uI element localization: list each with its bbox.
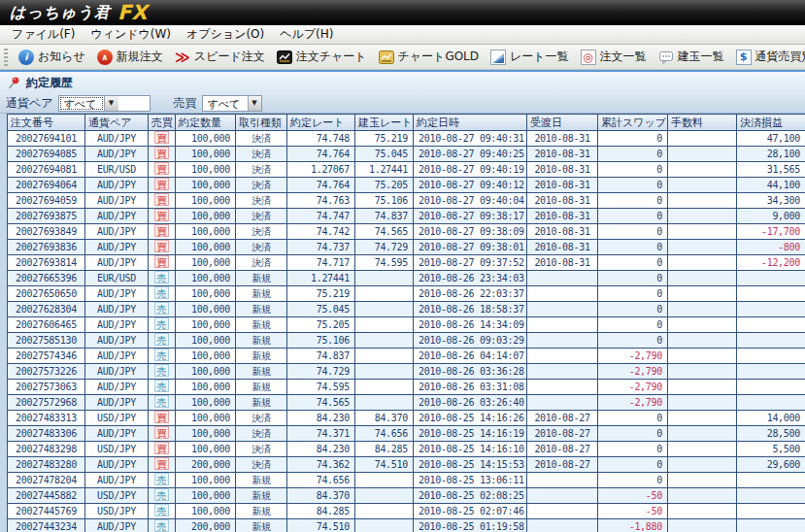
table-row[interactable]: 20027694085AUD/JPY買100,000決済74.76475.045… bbox=[8, 147, 805, 162]
chevron-down-icon[interactable]: ▼ bbox=[248, 96, 261, 111]
cell-pl: -12,200 bbox=[737, 255, 805, 271]
cell-qty: 100,000 bbox=[176, 286, 236, 302]
filter-bar: 通貨ペア すべて ▼ 売買 すべて ▼ bbox=[0, 93, 805, 114]
toolbar-item-chart-gold[interactable]: チャートGOLD bbox=[373, 49, 486, 65]
side-badge: 買 bbox=[154, 442, 169, 454]
cell-exec_time: 2010-08-27 09:40:25 bbox=[414, 147, 527, 162]
side-badge: 買 bbox=[154, 411, 169, 423]
column-header-value_date[interactable]: 受渡日 bbox=[527, 115, 598, 131]
cell-exec_rate: 74.362 bbox=[287, 457, 355, 473]
table-row[interactable]: 20027483280AUD/JPY買200,000決済74.36274.510… bbox=[8, 457, 805, 473]
cell-pair: AUD/JPY bbox=[85, 426, 149, 442]
cell-pair: AUD/JPY bbox=[85, 349, 149, 364]
cell-pair: USD/JPY bbox=[85, 488, 149, 504]
table-row[interactable]: 20027693836AUD/JPY買100,000決済74.73774.729… bbox=[8, 240, 805, 255]
side-badge: 買 bbox=[154, 457, 169, 470]
table-row[interactable]: 20027693849AUD/JPY買100,000決済74.74274.565… bbox=[8, 224, 805, 240]
column-header-type[interactable]: 取引種類 bbox=[236, 115, 287, 131]
menu-item-option[interactable]: オプション(O) bbox=[179, 25, 272, 44]
cell-value_date: 2010-08-31 bbox=[527, 255, 598, 271]
table-row[interactable]: 20027694064AUD/JPY買100,000決済74.76475.205… bbox=[8, 178, 805, 193]
cell-exec_rate: 75.205 bbox=[287, 317, 355, 333]
table-row[interactable]: 20027573226AUD/JPY売100,000新規74.7292010-0… bbox=[8, 364, 805, 380]
cell-qty: 100,000 bbox=[176, 504, 236, 519]
table-row[interactable]: 20027445882USD/JPY売100,000新規84.3702010-0… bbox=[8, 488, 805, 504]
chevron-down-icon[interactable]: ▼ bbox=[104, 96, 118, 111]
table-row[interactable]: 20027694081EUR/USD買100,000決済1.270671.274… bbox=[8, 162, 805, 178]
column-header-pl[interactable]: 決済損益 bbox=[737, 115, 805, 131]
toolbar: iお知らせ∧新規注文≫スピード注文注文チャートチャートGOLDレート一覧◎注文一… bbox=[0, 45, 805, 70]
cell-open_rate bbox=[355, 349, 414, 364]
table-row[interactable]: 20027665396EUR/USD売100,000新規1.274412010-… bbox=[8, 271, 805, 286]
cell-side: 買 bbox=[149, 209, 176, 224]
toolbar-item-new-order[interactable]: ∧新規注文 bbox=[91, 49, 169, 65]
cell-pl bbox=[737, 488, 805, 504]
toolbar-item-order-list[interactable]: ◎注文一覧 bbox=[575, 49, 653, 65]
toolbar-item-rate-list[interactable]: レート一覧 bbox=[485, 49, 575, 65]
column-header-exec_rate[interactable]: 約定レート bbox=[287, 115, 355, 131]
column-header-exec_time[interactable]: 約定日時 bbox=[414, 115, 527, 131]
cell-value_date bbox=[527, 364, 598, 380]
column-header-qty[interactable]: 約定数量 bbox=[176, 115, 236, 131]
menu-item-file[interactable]: ファイル(F) bbox=[4, 25, 83, 44]
cell-exec_rate: 84.230 bbox=[287, 411, 355, 426]
menu-item-window[interactable]: ウィンドウ(W) bbox=[83, 25, 179, 44]
column-header-pair[interactable]: 通貨ペア bbox=[85, 115, 149, 131]
column-header-swap[interactable]: 累計スワップ bbox=[598, 115, 668, 131]
cell-value_date bbox=[527, 519, 598, 532]
toolbar-item-speed-order[interactable]: ≫スピード注文 bbox=[169, 49, 271, 65]
table-row[interactable]: 20027650650AUD/JPY売100,000新規75.2192010-0… bbox=[8, 286, 805, 302]
cell-commission bbox=[668, 457, 737, 473]
cell-order_no: 20027483298 bbox=[8, 442, 85, 457]
cell-pair: EUR/USD bbox=[85, 162, 149, 178]
table-row[interactable]: 20027483306AUD/JPY買100,000決済74.37174.656… bbox=[8, 426, 805, 442]
table-row[interactable]: 20027478204AUD/JPY売100,000新規74.6562010-0… bbox=[8, 473, 805, 488]
table-row[interactable]: 20027693814AUD/JPY買100,000決済74.71774.595… bbox=[8, 255, 805, 271]
column-header-open_rate[interactable]: 建玉レート bbox=[355, 115, 414, 131]
table-row[interactable]: 20027483313USD/JPY買100,000決済84.23084.370… bbox=[8, 411, 805, 426]
table-row[interactable]: 20027694059AUD/JPY買100,000決済74.76375.106… bbox=[8, 193, 805, 209]
column-header-order_no[interactable]: 注文番号 bbox=[8, 115, 85, 131]
cell-type: 決済 bbox=[236, 411, 287, 426]
side-badge: 買 bbox=[154, 240, 169, 252]
table-row[interactable]: 20027693875AUD/JPY買100,000決済74.74774.837… bbox=[8, 209, 805, 224]
toolbar-item-currency-by-side[interactable]: $通貨売買別 bbox=[730, 49, 805, 65]
table-row[interactable]: 20027574346AUD/JPY売100,000新規74.8372010-0… bbox=[8, 349, 805, 364]
cell-value_date: 2010-08-31 bbox=[527, 209, 598, 224]
cell-pl: -800 bbox=[737, 240, 805, 255]
cell-side: 買 bbox=[149, 178, 176, 193]
cell-exec_time: 2010-08-27 09:38:17 bbox=[414, 209, 527, 224]
column-header-side[interactable]: 売買 bbox=[149, 115, 176, 131]
cell-open_rate bbox=[355, 395, 414, 411]
cell-exec_rate: 74.717 bbox=[287, 255, 355, 271]
cell-commission bbox=[668, 349, 737, 364]
cell-exec_time: 2010-08-26 03:36:28 bbox=[414, 364, 527, 380]
cell-exec_time: 2010-08-26 23:34:03 bbox=[414, 271, 527, 286]
table-row[interactable]: 20027573063AUD/JPY売100,000新規74.5952010-0… bbox=[8, 380, 805, 395]
toolbar-item-notice[interactable]: iお知らせ bbox=[13, 49, 91, 65]
side-filter-select[interactable]: すべて ▼ bbox=[202, 95, 262, 112]
toolbar-item-position-list[interactable]: 建玉一覧 bbox=[653, 49, 730, 65]
cell-pl bbox=[737, 364, 805, 380]
menu-item-help[interactable]: ヘルプ(H) bbox=[272, 25, 341, 44]
side-badge: 買 bbox=[154, 224, 169, 237]
table-row[interactable]: 20027483298USD/JPY買100,000決済84.23084.285… bbox=[8, 442, 805, 457]
side-filter-value: すべて bbox=[203, 96, 248, 111]
cell-exec_time: 2010-08-25 02:07:46 bbox=[414, 504, 527, 519]
cell-commission bbox=[668, 442, 737, 457]
table-row[interactable]: 20027445769USD/JPY売100,000新規84.2852010-0… bbox=[8, 504, 805, 519]
table-row[interactable]: 20027443234AUD/JPY売200,000新規74.5102010-0… bbox=[8, 519, 805, 532]
table-row[interactable]: 20027572968AUD/JPY売100,000新規74.5652010-0… bbox=[8, 395, 805, 411]
cell-commission bbox=[668, 271, 737, 286]
table-row[interactable]: 20027694101AUD/JPY買100,000決済74.74875.219… bbox=[8, 131, 805, 147]
table-row[interactable]: 20027606465AUD/JPY売100,000新規75.2052010-0… bbox=[8, 317, 805, 333]
table-row[interactable]: 20027628304AUD/JPY売100,000新規75.0452010-0… bbox=[8, 302, 805, 317]
toolbar-item-order-chart[interactable]: 注文チャート bbox=[271, 49, 373, 65]
toolbar-grip-icon[interactable] bbox=[4, 49, 8, 66]
pair-filter-select[interactable]: すべて ▼ bbox=[58, 95, 151, 112]
table-row[interactable]: 20027585130AUD/JPY売100,000新規75.1062010-0… bbox=[8, 333, 805, 349]
column-header-commission[interactable]: 手数料 bbox=[668, 115, 737, 131]
cell-type: 新規 bbox=[236, 519, 287, 532]
cell-exec_rate: 1.27441 bbox=[287, 271, 355, 286]
cell-side: 買 bbox=[149, 224, 176, 240]
